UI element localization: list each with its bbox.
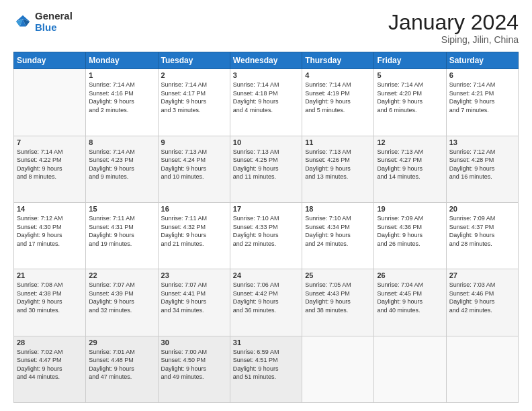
calendar-cell: 21Sunrise: 7:08 AM Sunset: 4:38 PM Dayli… [14, 269, 86, 336]
calendar-cell: 18Sunrise: 7:10 AM Sunset: 4:34 PM Dayli… [302, 202, 374, 269]
calendar-cell [374, 336, 446, 402]
day-number: 17 [233, 205, 299, 213]
calendar-cell: 22Sunrise: 7:07 AM Sunset: 4:39 PM Dayli… [86, 269, 158, 336]
calendar-cell: 28Sunrise: 7:02 AM Sunset: 4:47 PM Dayli… [14, 336, 86, 402]
day-info: Sunrise: 7:07 AM Sunset: 4:41 PM Dayligh… [161, 281, 227, 314]
title-section: January 2024 Siping, Jilin, China [388, 11, 519, 45]
day-number: 31 [233, 338, 299, 347]
day-info: Sunrise: 7:00 AM Sunset: 4:50 PM Dayligh… [161, 348, 227, 381]
calendar-cell: 24Sunrise: 7:06 AM Sunset: 4:42 PM Dayli… [230, 269, 302, 336]
day-info: Sunrise: 7:13 AM Sunset: 4:26 PM Dayligh… [305, 148, 371, 181]
calendar-cell: 26Sunrise: 7:04 AM Sunset: 4:45 PM Dayli… [374, 269, 446, 336]
day-info: Sunrise: 7:10 AM Sunset: 4:33 PM Dayligh… [233, 214, 299, 248]
day-info: Sunrise: 7:11 AM Sunset: 4:31 PM Dayligh… [89, 214, 154, 248]
day-number: 15 [89, 205, 154, 213]
day-number: 10 [233, 138, 299, 146]
calendar-cell: 12Sunrise: 7:13 AM Sunset: 4:27 PM Dayli… [374, 136, 446, 202]
day-number: 28 [17, 338, 83, 347]
day-info: Sunrise: 7:14 AM Sunset: 4:17 PM Dayligh… [161, 81, 227, 114]
logo-icon [13, 13, 32, 32]
day-info: Sunrise: 7:01 AM Sunset: 4:48 PM Dayligh… [89, 348, 154, 381]
calendar-cell: 29Sunrise: 7:01 AM Sunset: 4:48 PM Dayli… [86, 336, 158, 402]
day-info: Sunrise: 7:06 AM Sunset: 4:42 PM Dayligh… [233, 281, 299, 314]
calendar-week-1: 1Sunrise: 7:14 AM Sunset: 4:16 PM Daylig… [14, 69, 519, 136]
calendar-cell [14, 69, 86, 136]
day-info: Sunrise: 7:02 AM Sunset: 4:47 PM Dayligh… [17, 348, 83, 381]
calendar-cell: 31Sunrise: 6:59 AM Sunset: 4:51 PM Dayli… [230, 336, 302, 402]
day-info: Sunrise: 7:14 AM Sunset: 4:16 PM Dayligh… [89, 81, 154, 114]
logo-blue: Blue [35, 22, 73, 34]
calendar-cell: 5Sunrise: 7:14 AM Sunset: 4:20 PM Daylig… [374, 69, 446, 136]
day-number: 4 [305, 71, 371, 79]
day-info: Sunrise: 7:08 AM Sunset: 4:38 PM Dayligh… [17, 281, 83, 314]
day-number: 30 [161, 338, 227, 347]
calendar-cell: 17Sunrise: 7:10 AM Sunset: 4:33 PM Dayli… [230, 202, 302, 269]
calendar-cell: 6Sunrise: 7:14 AM Sunset: 4:21 PM Daylig… [446, 69, 518, 136]
header: General Blue January 2024 Siping, Jilin,… [13, 11, 519, 45]
day-info: Sunrise: 7:04 AM Sunset: 4:45 PM Dayligh… [377, 281, 443, 314]
day-info: Sunrise: 7:03 AM Sunset: 4:46 PM Dayligh… [449, 281, 515, 314]
day-number: 26 [377, 271, 443, 279]
day-number: 6 [449, 71, 515, 79]
day-number: 7 [17, 138, 83, 146]
col-header-thursday: Thursday [302, 52, 374, 69]
calendar-cell: 3Sunrise: 7:14 AM Sunset: 4:18 PM Daylig… [230, 69, 302, 136]
day-info: Sunrise: 7:14 AM Sunset: 4:22 PM Dayligh… [17, 148, 83, 181]
logo-text: General Blue [35, 11, 73, 33]
calendar-cell: 9Sunrise: 7:13 AM Sunset: 4:24 PM Daylig… [158, 136, 230, 202]
day-number: 20 [449, 205, 515, 213]
calendar-week-3: 14Sunrise: 7:12 AM Sunset: 4:30 PM Dayli… [14, 202, 519, 269]
day-number: 24 [233, 271, 299, 279]
calendar-cell: 16Sunrise: 7:11 AM Sunset: 4:32 PM Dayli… [158, 202, 230, 269]
day-info: Sunrise: 7:13 AM Sunset: 4:25 PM Dayligh… [233, 148, 299, 181]
day-number: 19 [377, 205, 443, 213]
day-number: 3 [233, 71, 299, 79]
day-number: 5 [377, 71, 443, 79]
day-number: 9 [161, 138, 227, 146]
day-number: 22 [89, 271, 154, 279]
logo-general: General [35, 11, 73, 22]
day-info: Sunrise: 7:07 AM Sunset: 4:39 PM Dayligh… [89, 281, 154, 314]
col-header-monday: Monday [86, 52, 158, 69]
day-info: Sunrise: 7:09 AM Sunset: 4:36 PM Dayligh… [377, 214, 443, 248]
location-subtitle: Siping, Jilin, China [388, 34, 519, 45]
day-number: 2 [161, 71, 227, 79]
calendar-week-5: 28Sunrise: 7:02 AM Sunset: 4:47 PM Dayli… [14, 336, 519, 402]
col-header-tuesday: Tuesday [158, 52, 230, 69]
page: General Blue January 2024 Siping, Jilin,… [0, 0, 532, 411]
col-header-friday: Friday [374, 52, 446, 69]
day-info: Sunrise: 7:10 AM Sunset: 4:34 PM Dayligh… [305, 214, 371, 248]
day-info: Sunrise: 7:09 AM Sunset: 4:37 PM Dayligh… [449, 214, 515, 248]
calendar-cell: 2Sunrise: 7:14 AM Sunset: 4:17 PM Daylig… [158, 69, 230, 136]
day-number: 8 [89, 138, 154, 146]
logo: General Blue [13, 11, 73, 33]
calendar-cell: 13Sunrise: 7:12 AM Sunset: 4:28 PM Dayli… [446, 136, 518, 202]
day-number: 14 [17, 205, 83, 213]
calendar-table: SundayMondayTuesdayWednesdayThursdayFrid… [13, 52, 519, 403]
day-info: Sunrise: 7:12 AM Sunset: 4:30 PM Dayligh… [17, 214, 83, 248]
day-info: Sunrise: 7:05 AM Sunset: 4:43 PM Dayligh… [305, 281, 371, 314]
day-number: 16 [161, 205, 227, 213]
calendar-cell: 23Sunrise: 7:07 AM Sunset: 4:41 PM Dayli… [158, 269, 230, 336]
calendar-week-4: 21Sunrise: 7:08 AM Sunset: 4:38 PM Dayli… [14, 269, 519, 336]
day-number: 29 [89, 338, 154, 347]
month-title: January 2024 [388, 11, 519, 34]
calendar-week-2: 7Sunrise: 7:14 AM Sunset: 4:22 PM Daylig… [14, 136, 519, 202]
calendar-header-row: SundayMondayTuesdayWednesdayThursdayFrid… [14, 52, 519, 69]
calendar-cell: 15Sunrise: 7:11 AM Sunset: 4:31 PM Dayli… [86, 202, 158, 269]
calendar-cell: 7Sunrise: 7:14 AM Sunset: 4:22 PM Daylig… [14, 136, 86, 202]
col-header-sunday: Sunday [14, 52, 86, 69]
calendar-cell: 8Sunrise: 7:14 AM Sunset: 4:23 PM Daylig… [86, 136, 158, 202]
day-number: 25 [305, 271, 371, 279]
calendar-cell: 14Sunrise: 7:12 AM Sunset: 4:30 PM Dayli… [14, 202, 86, 269]
day-info: Sunrise: 7:14 AM Sunset: 4:23 PM Dayligh… [89, 148, 154, 181]
day-info: Sunrise: 7:11 AM Sunset: 4:32 PM Dayligh… [161, 214, 227, 248]
day-info: Sunrise: 7:13 AM Sunset: 4:27 PM Dayligh… [377, 148, 443, 181]
day-info: Sunrise: 7:14 AM Sunset: 4:19 PM Dayligh… [305, 81, 371, 114]
day-number: 21 [17, 271, 83, 279]
calendar-cell: 30Sunrise: 7:00 AM Sunset: 4:50 PM Dayli… [158, 336, 230, 402]
calendar-cell: 25Sunrise: 7:05 AM Sunset: 4:43 PM Dayli… [302, 269, 374, 336]
calendar-cell: 4Sunrise: 7:14 AM Sunset: 4:19 PM Daylig… [302, 69, 374, 136]
day-number: 1 [89, 71, 154, 79]
calendar-cell [446, 336, 518, 402]
